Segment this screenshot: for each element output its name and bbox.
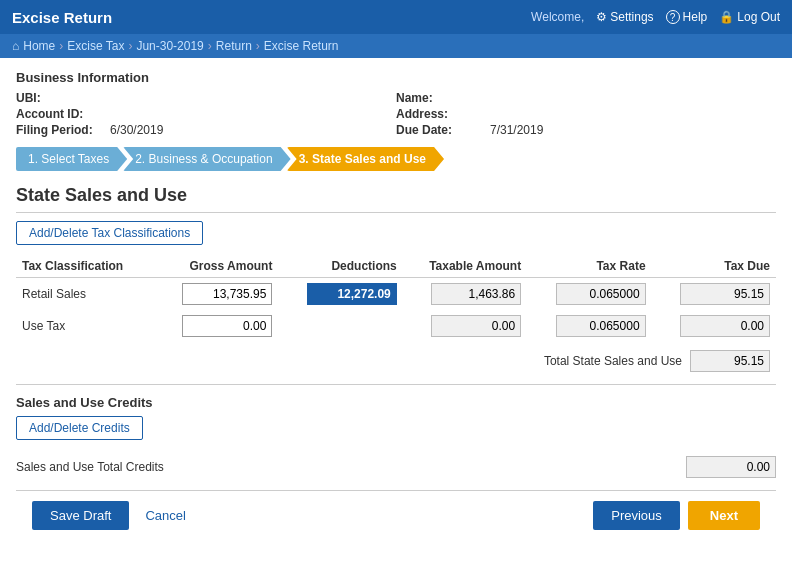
- breadcrumb-return[interactable]: Return: [216, 39, 252, 53]
- step-state-sales-use[interactable]: 3. State Sales and Use: [287, 147, 444, 171]
- step-2-number: 2.: [135, 152, 145, 166]
- address-label: Address:: [396, 107, 486, 121]
- use-tax-gross[interactable]: [154, 310, 278, 342]
- col-tax-classification: Tax Classification: [16, 255, 154, 278]
- use-tax-tax-due[interactable]: [652, 310, 776, 342]
- retail-sales-deductions-input[interactable]: [307, 283, 397, 305]
- retail-sales-gross[interactable]: [154, 278, 278, 311]
- header-actions: Welcome, ⚙ Settings ? Help 🔒 Log Out: [531, 10, 780, 24]
- credits-heading: Sales and Use Credits: [16, 395, 776, 410]
- settings-button[interactable]: ⚙ Settings: [596, 10, 653, 24]
- use-tax-tax-due-input[interactable]: [680, 315, 770, 337]
- use-tax-deductions: [278, 310, 402, 342]
- home-icon: ⌂: [12, 39, 19, 53]
- tax-table: Tax Classification Gross Amount Deductio…: [16, 255, 776, 342]
- use-tax-tax-rate-input[interactable]: [556, 315, 646, 337]
- name-row: Name:: [396, 91, 776, 105]
- app-title: Excise Return: [12, 9, 112, 26]
- step-3-label: State Sales and Use: [312, 152, 426, 166]
- breadcrumb-excise-tax[interactable]: Excise Tax: [67, 39, 124, 53]
- retail-sales-tax-rate[interactable]: [527, 278, 651, 311]
- steps-nav: 1. Select Taxes 2. Business & Occupation…: [16, 147, 776, 171]
- retail-sales-taxable[interactable]: [403, 278, 527, 311]
- welcome-text: Welcome,: [531, 10, 584, 24]
- business-info-grid: UBI: Name: Account ID: Address: Filing P…: [16, 91, 776, 137]
- page-title: State Sales and Use: [16, 185, 776, 213]
- total-value-input[interactable]: [690, 350, 770, 372]
- add-delete-credits-button[interactable]: Add/Delete Credits: [16, 416, 143, 440]
- logout-button[interactable]: 🔒 Log Out: [719, 10, 780, 24]
- help-button[interactable]: ? Help: [666, 10, 708, 24]
- use-tax-taxable[interactable]: [403, 310, 527, 342]
- credits-total-label: Sales and Use Total Credits: [16, 460, 678, 474]
- filing-period-value: 6/30/2019: [110, 123, 163, 137]
- table-row: Use Tax: [16, 310, 776, 342]
- main-content: Business Information UBI: Name: Account …: [0, 58, 792, 552]
- lock-icon: 🔒: [719, 10, 734, 24]
- next-button[interactable]: Next: [688, 501, 760, 530]
- credits-total-input[interactable]: [686, 456, 776, 478]
- step-3-number: 3.: [299, 152, 309, 166]
- add-delete-tax-button[interactable]: Add/Delete Tax Classifications: [16, 221, 203, 245]
- breadcrumb: ⌂ Home › Excise Tax › Jun-30-2019 › Retu…: [0, 34, 792, 58]
- save-draft-button[interactable]: Save Draft: [32, 501, 129, 530]
- breadcrumb-home[interactable]: Home: [23, 39, 55, 53]
- col-tax-due: Tax Due: [652, 255, 776, 278]
- footer-right-actions: Previous Next: [593, 501, 760, 530]
- business-info-heading: Business Information: [16, 70, 776, 85]
- step-1-label: Select Taxes: [41, 152, 109, 166]
- header: Excise Return Welcome, ⚙ Settings ? Help…: [0, 0, 792, 34]
- help-icon: ?: [666, 10, 680, 24]
- filing-period-row: Filing Period: 6/30/2019: [16, 123, 396, 137]
- table-row: Retail Sales: [16, 278, 776, 311]
- col-deductions: Deductions: [278, 255, 402, 278]
- retail-sales-taxable-input[interactable]: [431, 283, 521, 305]
- name-label: Name:: [396, 91, 486, 105]
- breadcrumb-excise-return[interactable]: Excise Return: [264, 39, 339, 53]
- breadcrumb-date[interactable]: Jun-30-2019: [136, 39, 203, 53]
- col-gross-amount: Gross Amount: [154, 255, 278, 278]
- total-state-row: Total State Sales and Use: [16, 350, 776, 372]
- due-date-row: Due Date: 7/31/2019: [396, 123, 776, 137]
- step-1-number: 1.: [28, 152, 38, 166]
- footer-left-actions: Save Draft Cancel: [32, 501, 192, 530]
- retail-sales-gross-input[interactable]: [182, 283, 272, 305]
- ubi-label: UBI:: [16, 91, 106, 105]
- retail-sales-tax-rate-input[interactable]: [556, 283, 646, 305]
- retail-sales-deductions[interactable]: [278, 278, 402, 311]
- due-date-value: 7/31/2019: [490, 123, 543, 137]
- use-tax-tax-rate[interactable]: [527, 310, 651, 342]
- cancel-button[interactable]: Cancel: [139, 501, 191, 530]
- retail-sales-tax-due[interactable]: [652, 278, 776, 311]
- step-select-taxes[interactable]: 1. Select Taxes: [16, 147, 127, 171]
- col-taxable-amount: Taxable Amount: [403, 255, 527, 278]
- filing-period-label: Filing Period:: [16, 123, 106, 137]
- step-2-label: Business & Occupation: [149, 152, 273, 166]
- ubi-row: UBI:: [16, 91, 396, 105]
- previous-button[interactable]: Previous: [593, 501, 680, 530]
- divider: [16, 384, 776, 385]
- gear-icon: ⚙: [596, 10, 607, 24]
- use-tax-gross-input[interactable]: [182, 315, 272, 337]
- due-date-label: Due Date:: [396, 123, 486, 137]
- address-row: Address:: [396, 107, 776, 121]
- use-tax-label: Use Tax: [16, 310, 154, 342]
- use-tax-taxable-input[interactable]: [431, 315, 521, 337]
- col-tax-rate: Tax Rate: [527, 255, 651, 278]
- footer: Save Draft Cancel Previous Next: [16, 490, 776, 540]
- retail-sales-label: Retail Sales: [16, 278, 154, 311]
- step-business-occupation[interactable]: 2. Business & Occupation: [123, 147, 290, 171]
- retail-sales-tax-due-input[interactable]: [680, 283, 770, 305]
- account-id-row: Account ID:: [16, 107, 396, 121]
- account-id-label: Account ID:: [16, 107, 106, 121]
- credits-total-row: Sales and Use Total Credits: [16, 456, 776, 478]
- total-label: Total State Sales and Use: [544, 354, 682, 368]
